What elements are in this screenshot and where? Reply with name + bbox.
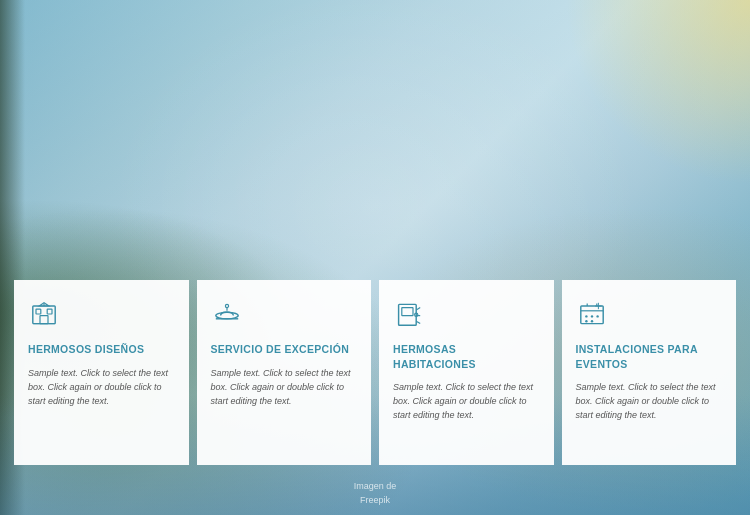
svg-rect-1 — [36, 309, 41, 314]
card-4-title: INSTALACIONES PARA EVENTOS — [576, 342, 723, 371]
cards-container: HERMOSOS DISEÑOS Sample text. Click to s… — [0, 280, 750, 465]
svg-point-21 — [585, 315, 587, 317]
svg-point-23 — [596, 315, 598, 317]
card-3-text: Sample text. Click to select the text bo… — [393, 381, 540, 423]
events-icon — [576, 298, 608, 330]
card-hermosas-habitaciones[interactable]: HERMOSAS HABITACIONES Sample text. Click… — [379, 280, 554, 465]
card-1-text: Sample text. Click to select the text bo… — [28, 367, 175, 409]
svg-point-10 — [225, 304, 228, 307]
sun-flare — [550, 0, 750, 200]
svg-point-22 — [590, 315, 592, 317]
svg-rect-15 — [402, 308, 413, 316]
svg-point-7 — [215, 312, 237, 318]
card-1-title: HERMOSOS DISEÑOS — [28, 342, 175, 357]
card-4-text: Sample text. Click to select the text bo… — [576, 381, 723, 423]
card-2-text: Sample text. Click to select the text bo… — [211, 367, 358, 409]
svg-rect-2 — [47, 309, 52, 314]
card-3-title: HERMOSAS HABITACIONES — [393, 342, 540, 371]
room-icon — [393, 298, 425, 330]
card-2-title: SERVICIO DE EXCEPCIÓN — [211, 342, 358, 357]
svg-point-25 — [590, 320, 592, 322]
service-icon — [211, 298, 243, 330]
credit-line1: Imagen de — [354, 480, 397, 494]
credit-line2: Freepik — [354, 494, 397, 508]
svg-point-24 — [585, 320, 587, 322]
card-instalaciones-eventos[interactable]: INSTALACIONES PARA EVENTOS Sample text. … — [562, 280, 737, 465]
hotel-icon — [28, 298, 60, 330]
card-hermosos-disenos[interactable]: HERMOSOS DISEÑOS Sample text. Click to s… — [14, 280, 189, 465]
svg-rect-3 — [40, 316, 48, 324]
image-credit: Imagen de Freepik — [354, 480, 397, 507]
card-servicio-excepcion[interactable]: SERVICIO DE EXCEPCIÓN Sample text. Click… — [197, 280, 372, 465]
